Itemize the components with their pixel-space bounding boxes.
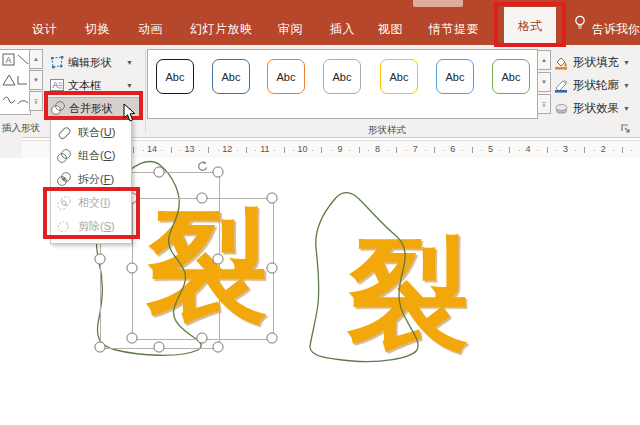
ruler-tick bbox=[218, 150, 219, 151]
combine-icon bbox=[56, 148, 72, 164]
shape-style-thumbnail-1[interactable]: Abc bbox=[212, 59, 250, 94]
union-icon bbox=[56, 125, 72, 141]
edit-shape-button[interactable]: 编辑形状 ▼ bbox=[46, 51, 141, 73]
ruler-tick bbox=[622, 147, 623, 153]
shape-outline-button[interactable]: 形状轮廓 ▼ bbox=[554, 75, 630, 95]
annotation-box-format-tab bbox=[494, 2, 566, 47]
menu-item-label: 拆分(F) bbox=[78, 172, 114, 187]
selection-handle[interactable] bbox=[267, 193, 278, 204]
style-more-button[interactable]: ⊽ bbox=[537, 94, 551, 114]
style-scroll-down-button[interactable]: ▼ bbox=[537, 72, 551, 92]
ruler-tick bbox=[537, 150, 538, 151]
ruler-tick bbox=[594, 150, 595, 151]
shape-style-thumbnail-4[interactable]: Abc bbox=[380, 59, 418, 94]
selection-handle[interactable] bbox=[95, 254, 106, 265]
mouse-cursor-icon bbox=[123, 103, 137, 127]
ruler-number: 9 bbox=[337, 144, 342, 154]
selection-handle[interactable] bbox=[197, 193, 208, 204]
ruler-tick bbox=[613, 150, 614, 151]
ruler-number: 11 bbox=[260, 144, 269, 154]
selection-handle[interactable] bbox=[154, 342, 165, 353]
ruler-tick bbox=[368, 150, 369, 151]
selection-box-wordart[interactable] bbox=[132, 198, 274, 340]
selection-handle[interactable] bbox=[267, 263, 278, 274]
ruler-tick bbox=[331, 150, 332, 151]
gallery-more-button[interactable]: ⊽ bbox=[29, 91, 43, 111]
ruler-tick bbox=[171, 147, 172, 153]
shape-style-thumbnail-6[interactable]: Abc bbox=[492, 59, 530, 94]
ruler-tick bbox=[631, 150, 632, 151]
wordart-text-right[interactable]: 裂 bbox=[347, 228, 469, 358]
rotate-handle-icon[interactable] bbox=[196, 159, 209, 177]
menu-item-union[interactable]: 联合(U) bbox=[51, 121, 131, 144]
shape-style-thumbnail-2[interactable]: Abc bbox=[267, 59, 305, 94]
selection-handle[interactable] bbox=[213, 167, 224, 178]
insert-shapes-gallery[interactable]: A bbox=[0, 49, 31, 115]
fragment-icon bbox=[56, 171, 72, 187]
selection-handle[interactable] bbox=[213, 342, 224, 353]
style-scroll-up-button[interactable]: ▲ bbox=[537, 50, 551, 70]
ruler-tick bbox=[434, 147, 435, 153]
dropdown-caret-icon: ▼ bbox=[623, 59, 630, 66]
selection-handle[interactable] bbox=[95, 342, 106, 353]
ruler-number: 3 bbox=[563, 144, 568, 154]
ribbon-tab-0[interactable]: 设计 bbox=[32, 21, 57, 38]
ribbon-tab-7[interactable]: 情节提要 bbox=[429, 21, 479, 38]
menu-item-label: 组合(C) bbox=[78, 148, 115, 163]
shape-style-thumbnail-0[interactable]: Abc bbox=[156, 59, 194, 94]
ruler-tick bbox=[349, 150, 350, 151]
ribbon-tab-2[interactable]: 动画 bbox=[138, 21, 163, 38]
ruler-corner bbox=[0, 137, 22, 159]
ruler-tick bbox=[359, 147, 360, 153]
ribbon-tab-clipped[interactable]: 开始 bbox=[0, 21, 9, 38]
shape-style-thumbnail-3[interactable]: Abc bbox=[323, 59, 361, 94]
ruler-tick bbox=[481, 150, 482, 151]
ruler-tick bbox=[284, 147, 285, 153]
ruler-tick bbox=[180, 150, 181, 151]
gallery-scroll-down-button[interactable]: ▼ bbox=[29, 70, 43, 90]
dropdown-caret-icon: ▼ bbox=[126, 82, 133, 89]
ruler-number: 7 bbox=[413, 144, 418, 154]
selection-handle[interactable] bbox=[127, 263, 138, 274]
shape-style-thumbnail-5[interactable]: Abc bbox=[436, 59, 474, 94]
ruler-number: 5 bbox=[488, 144, 493, 154]
selection-handle[interactable] bbox=[213, 254, 224, 265]
tell-me-box[interactable]: 告诉我你 bbox=[592, 21, 640, 38]
ruler-tick bbox=[396, 147, 397, 153]
shape-effects-button[interactable]: 形状效果 ▼ bbox=[554, 98, 630, 118]
ruler-tick bbox=[425, 150, 426, 151]
gallery-scroll-up-button[interactable]: ▲ bbox=[29, 49, 43, 69]
ribbon-tab-1[interactable]: 切换 bbox=[85, 21, 110, 38]
ruler-tick bbox=[472, 147, 473, 153]
svg-text:A: A bbox=[6, 55, 12, 65]
annotation-box-intersect-subtract bbox=[43, 187, 140, 239]
ribbon-tab-4[interactable]: 审阅 bbox=[278, 21, 303, 38]
shape-outline-label: 形状轮廓 bbox=[573, 78, 619, 93]
ruler-number: 10 bbox=[297, 144, 307, 154]
selection-handle[interactable] bbox=[154, 167, 165, 178]
insert-shapes-group-label: 插入形状 bbox=[2, 122, 40, 135]
ruler-number: 14 bbox=[147, 144, 157, 154]
ruler-number: 2 bbox=[601, 144, 606, 154]
shape-fill-button[interactable]: 形状填充 ▼ bbox=[554, 52, 630, 72]
ruler-tick bbox=[237, 150, 238, 151]
ribbon-tab-5[interactable]: 插入 bbox=[330, 21, 355, 38]
ruler-tick bbox=[406, 150, 407, 151]
ruler-tick bbox=[208, 147, 209, 153]
selection-handle[interactable] bbox=[267, 333, 278, 344]
ruler-tick bbox=[509, 147, 510, 153]
selection-handle[interactable] bbox=[197, 333, 208, 344]
ruler-tick bbox=[246, 147, 247, 153]
ribbon-tab-3[interactable]: 幻灯片放映 bbox=[190, 21, 253, 38]
ruler-tick bbox=[133, 147, 134, 153]
ruler-number: 12 bbox=[222, 144, 232, 154]
dialog-launcher-icon[interactable] bbox=[620, 121, 632, 139]
ruler-tick bbox=[575, 150, 576, 151]
ruler-tick bbox=[500, 150, 501, 151]
ribbon-tab-6[interactable]: 视图 bbox=[378, 21, 403, 38]
ruler-tick bbox=[274, 150, 275, 151]
shape-effects-icon bbox=[554, 101, 569, 116]
selection-handle[interactable] bbox=[127, 333, 138, 344]
menu-item-combine[interactable]: 组合(C) bbox=[51, 144, 131, 167]
ruler-tick bbox=[547, 147, 548, 153]
